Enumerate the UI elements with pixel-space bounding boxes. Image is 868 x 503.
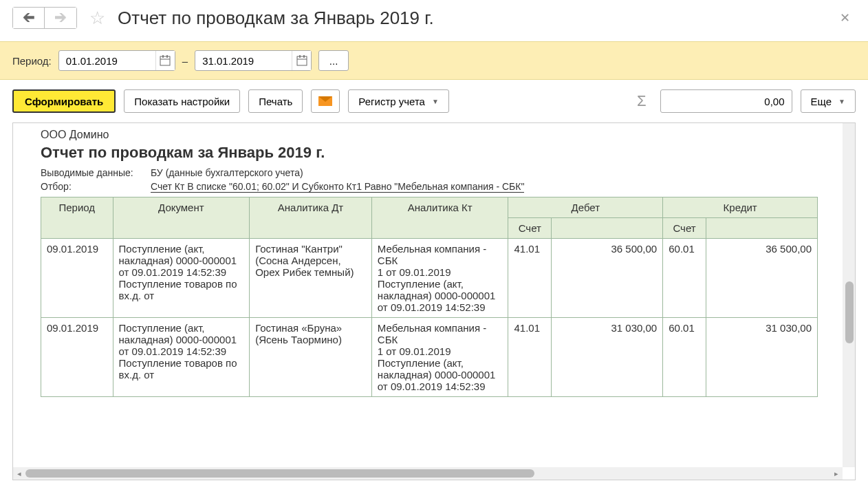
more-label: Еще [811,96,832,107]
register-label: Регистр учета [358,96,425,107]
col-credit: Кредит [663,197,818,218]
form-button[interactable]: Сформировать [12,89,116,113]
cell-debit-sum: 36 500,00 [552,239,663,318]
col-analytics-dt: Аналитика Дт [250,197,372,239]
calendar-icon [160,55,171,66]
cell-analytics-dt: Гостиная «Бруна» (Ясень Таормино) [250,318,372,397]
close-icon[interactable]: ✕ [834,8,856,28]
vertical-scrollbar[interactable] [843,123,855,467]
chevron-down-icon: ▼ [432,98,439,105]
col-period: Период [41,197,113,239]
forward-button[interactable]: 🡲 [45,8,76,28]
register-button[interactable]: Регистр учета ▼ [348,89,449,113]
sigma-icon: Σ [637,92,647,110]
print-button[interactable]: Печать [248,89,303,113]
cell-debit-acc: 41.01 [508,239,552,318]
cell-credit-sum: 31 030,00 [706,318,817,397]
svg-rect-4 [297,56,307,65]
horizontal-scrollbar[interactable]: ◂ ▸ [13,467,843,480]
cell-analytics-kt: Мебельная компания - СБК 1 от 09.01.2019… [371,239,508,318]
period-dash: – [182,55,188,67]
cell-debit-acc: 41.01 [508,318,552,397]
col-debit: Дебет [508,197,663,218]
data-output-label: Выводимые данные: [41,167,151,178]
calendar-to-button[interactable] [292,51,311,70]
col-debit-sum [552,218,663,239]
calendar-icon [296,55,307,66]
table-row[interactable]: 09.01.2019Поступление (акт, накладная) 0… [41,239,818,318]
scroll-thumb[interactable] [845,281,854,343]
cell-analytics-kt: Мебельная компания - СБК 1 от 09.01.2019… [371,318,508,397]
cell-period: 09.01.2019 [41,318,113,397]
cell-credit-acc: 60.01 [663,318,706,397]
col-document: Документ [113,197,250,239]
email-button[interactable] [311,89,340,113]
table-row[interactable]: 09.01.2019Поступление (акт, накладная) 0… [41,318,818,397]
cell-analytics-dt: Гостиная "Кантри" (Сосна Андерсен, Орех … [250,239,372,318]
cell-document: Поступление (акт, накладная) 0000-000001… [113,239,250,318]
filter-value: Счет Кт В списке "60.01; 60.02" И Субкон… [151,181,524,193]
more-button[interactable]: Еще ▼ [801,89,856,113]
col-credit-acc: Счет [663,218,706,239]
page-title: Отчет по проводкам за Январь 2019 г. [118,8,434,29]
favorite-star-icon[interactable]: ☆ [89,8,105,29]
col-analytics-kt: Аналитика Кт [371,197,508,239]
sum-input[interactable] [660,89,792,113]
period-panel: Период: – ... [0,41,868,80]
back-button[interactable]: 🡰 [13,8,45,28]
show-settings-button[interactable]: Показать настройки [124,89,240,113]
cell-document: Поступление (акт, накладная) 0000-000001… [113,318,250,397]
data-output-value: БУ (данные бухгалтерского учета) [151,167,303,178]
envelope-icon [318,96,332,106]
toolbar: Сформировать Показать настройки Печать Р… [0,80,868,122]
calendar-from-button[interactable] [155,51,175,70]
chevron-down-icon: ▼ [838,98,845,105]
org-name: ООО Домино [41,129,855,141]
report-title: Отчет по проводкам за Январь 2019 г. [41,144,855,162]
filter-label: Отбор: [41,181,151,193]
svg-rect-0 [160,56,170,65]
scroll-right-icon[interactable]: ▸ [831,468,842,479]
cell-debit-sum: 31 030,00 [552,318,663,397]
scroll-left-icon[interactable]: ◂ [14,468,25,479]
cell-credit-acc: 60.01 [663,239,706,318]
period-label: Период: [12,55,52,67]
col-credit-sum [706,218,817,239]
cell-period: 09.01.2019 [41,239,113,318]
report-area: ООО Домино Отчет по проводкам за Январь … [12,122,856,480]
col-debit-acc: Счет [508,218,552,239]
period-select-button[interactable]: ... [318,50,349,71]
report-table: Период Документ Аналитика Дт Аналитика К… [41,197,818,397]
scroll-thumb-h[interactable] [25,469,534,478]
cell-credit-sum: 36 500,00 [706,239,817,318]
